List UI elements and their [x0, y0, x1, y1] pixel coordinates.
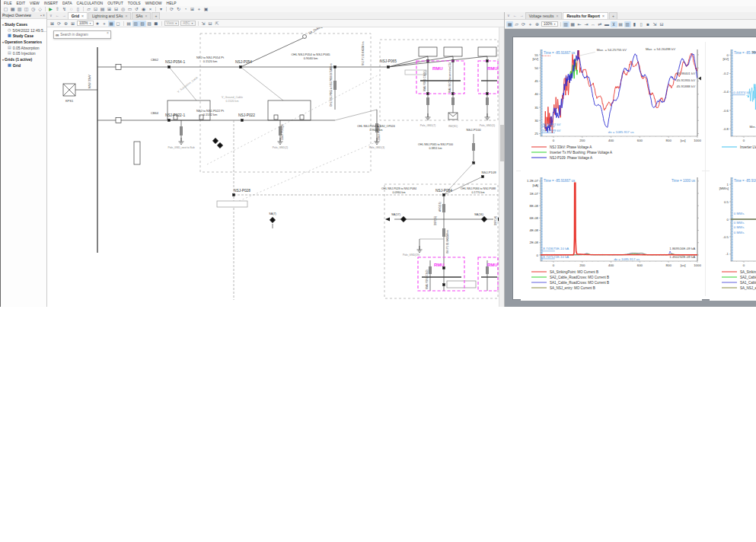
diagram-label[interactable]: INV P1 S1 0.0350 km [446, 230, 449, 253]
menu-chevron-icon[interactable]: ∨ [48, 12, 54, 19]
date-icon[interactable]: ◔ [182, 6, 189, 12]
refresh-icon[interactable]: ⟳ [56, 21, 62, 27]
diagram-label[interactable]: RMU FDR1 CB(16) [423, 71, 426, 91]
data-manager-icon[interactable]: ▦ [9, 6, 16, 12]
tree-section-study-cases[interactable]: ▾Study Cases [1, 21, 46, 27]
menu-help[interactable]: HELP [164, 1, 179, 5]
diagram-label[interactable]: RMU [432, 66, 443, 71]
diagram-label[interactable]: DSP(14) [494, 216, 497, 225]
copy-icon[interactable]: ▱ [85, 6, 92, 12]
run-simulation-icon[interactable]: ▶ [47, 6, 54, 12]
diagram-label[interactable]: CB64 [151, 111, 159, 115]
select-mode-icon[interactable]: ▦ [108, 21, 115, 27]
menu-chevron-icon[interactable]: ∨ [506, 12, 512, 19]
swap-axes-icon[interactable]: ⇄ [597, 21, 604, 27]
page-outline-icon[interactable]: ▯ [638, 21, 645, 27]
diagram-label[interactable]: RMU [487, 263, 498, 267]
zoom-level-select[interactable]: 100%▾ [541, 21, 558, 27]
close-icon[interactable]: × [602, 13, 604, 19]
sa-energy-chart[interactable]: 02004006008001000[us]10.50-0.5-1[MWs]Tim… [710, 171, 756, 301]
diagram-label[interactable]: Pole_GND(5) [480, 124, 495, 127]
print-icon[interactable]: ⊟ [659, 21, 665, 27]
history-icon[interactable]: ◷ [30, 6, 37, 12]
rebuild-icon[interactable]: ↻ [175, 6, 182, 12]
detach-icon[interactable]: ⇱ [214, 21, 221, 27]
forward-icon[interactable]: → [518, 12, 525, 19]
diagram-label[interactable]: NSJ-P022-1 [165, 113, 185, 117]
diagram-label[interactable]: V_Ground_Cable [222, 96, 243, 99]
single-line-diagram[interactable]: NSJ 33kVKPS1CB62NSJ-P054-1NSJ to NSJ-P05… [47, 27, 499, 307]
diagram-labels[interactable]: NSJ 33kVKPS1CB62NSJ-P054-1NSJ to NSJ-P05… [65, 27, 499, 289]
menu-output[interactable]: OUTPUT [105, 1, 126, 5]
page-icon[interactable]: ▮ [631, 21, 638, 27]
diagram-label[interactable]: SA(17) [391, 213, 401, 216]
tile-vertical-icon[interactable]: ▦ [569, 21, 576, 27]
zoom-in-icon[interactable]: ⊕ [62, 21, 69, 27]
diagram-label[interactable]: 0.1520 km [226, 100, 239, 103]
mo-current-chart[interactable]: 02004006008001000[us]1.2E-071E-078E-086E… [521, 171, 702, 301]
diagram-label[interactable]: 33kV Pole(5) [378, 124, 381, 140]
hv-phase-voltage-chart[interactable]: 02004006008001000[us]55504540353025[kV]T… [521, 43, 702, 171]
network-model-manager-icon[interactable]: ▥ [16, 6, 23, 12]
expander-icon[interactable]: ▾ [2, 58, 4, 62]
edit-chart-icon[interactable]: ▱ [513, 21, 520, 27]
color-legend-icon[interactable]: ▧ [139, 21, 146, 27]
diagram-search-box[interactable]: ∞ × [53, 30, 111, 39]
diagram-label[interactable]: 0.1770 km [472, 191, 485, 194]
close-icon[interactable]: × [43, 13, 45, 18]
export-icon[interactable]: ⇲ [652, 21, 659, 27]
diagram-label[interactable]: RV1 P1 S1 0.0350 km [362, 41, 365, 65]
output-window-icon[interactable]: ⊞ [106, 6, 113, 12]
menu-data[interactable]: DATA [60, 1, 75, 5]
tab-results-for-report[interactable]: Results for Report× [563, 12, 608, 19]
diagram-label[interactable]: 0.1520 km [203, 59, 218, 63]
menu-file[interactable]: FILE [2, 1, 14, 5]
zoom-window-icon[interactable]: ⊞ [69, 21, 76, 27]
refresh-icon[interactable]: ⟳ [168, 6, 175, 12]
diagram-label[interactable]: SA_StrikingPoint [308, 27, 330, 35]
diagram-label[interactable]: NSJ 33kV [88, 75, 91, 88]
diagram-label[interactable]: OHL NSJ-P054 to NSJ_OP024 [357, 125, 395, 128]
menu-window[interactable]: WINDOW [143, 1, 164, 5]
diagram-label[interactable]: RMU SEC Disconnector(15) [448, 62, 451, 93]
diagram-label[interactable]: SA(7) [269, 212, 276, 215]
expander-icon[interactable]: ▾ [2, 23, 4, 27]
tree-item[interactable]: ▦Grid [1, 62, 46, 68]
diagram-label[interactable]: OHL NSJ-P084 to NSJ-P088 [461, 187, 496, 190]
cursor-range-icon[interactable]: ↔ [590, 21, 597, 27]
diagram-label[interactable]: Pole_GND(7) [420, 124, 435, 127]
lightning-icon[interactable]: ↯ [61, 6, 68, 12]
menu-edit[interactable]: EDIT [14, 1, 27, 5]
cursor-right-icon[interactable]: ⇥ [583, 21, 590, 27]
grid-snap-icon[interactable]: ▥ [132, 21, 139, 27]
back-icon[interactable]: ← [54, 12, 61, 19]
tree-section-operation-scenarios[interactable]: ▾Operation Scenarios [1, 38, 46, 45]
diagram-label[interactable]: RMU [434, 263, 445, 267]
diagram-label[interactable]: RMU [487, 66, 498, 71]
add-tab-button[interactable]: + [152, 12, 160, 19]
diagram-label[interactable]: 0.9040 km [304, 56, 318, 60]
close-icon[interactable]: × [556, 13, 558, 19]
variations-icon[interactable]: ◇ [37, 6, 43, 12]
diagram-label[interactable]: NSJ-P028 [234, 189, 250, 193]
diagram-layout-icon[interactable]: ▨ [146, 21, 153, 27]
tab-lightning-and-sas[interactable]: Lightning and SAs× [88, 12, 132, 19]
tree-section-grids-1-active-[interactable]: ▾Grids (1 active) [1, 56, 46, 62]
search-close-icon[interactable]: × [107, 31, 109, 34]
diagram-label[interactable]: Pole_GND(3) [369, 146, 384, 149]
diagram-label[interactable]: ARG(16) [439, 202, 442, 212]
tab-voltage-results[interactable]: Voltage results× [525, 12, 563, 19]
close-icon[interactable]: × [81, 13, 84, 19]
diagram-label[interactable]: INV(S1) [448, 125, 458, 128]
annotation-icon[interactable]: ◻ [115, 21, 122, 27]
tab-sas[interactable]: SAs× [132, 12, 151, 19]
forward-icon[interactable]: → [61, 12, 68, 19]
new-page-icon[interactable]: ▯ [75, 6, 81, 12]
pin-icon[interactable]: ▪ [40, 13, 42, 18]
clear-output-icon[interactable]: ⊟ [113, 6, 120, 12]
diagram-label[interactable]: SA(16) [474, 213, 484, 216]
paste-icon[interactable]: ⊡ [92, 6, 99, 12]
diagram-label[interactable]: NSJ-P084 [435, 189, 452, 193]
diagram-label[interactable]: 0.0960 km [393, 191, 406, 194]
freeze-icon[interactable]: ◼ [153, 21, 160, 27]
